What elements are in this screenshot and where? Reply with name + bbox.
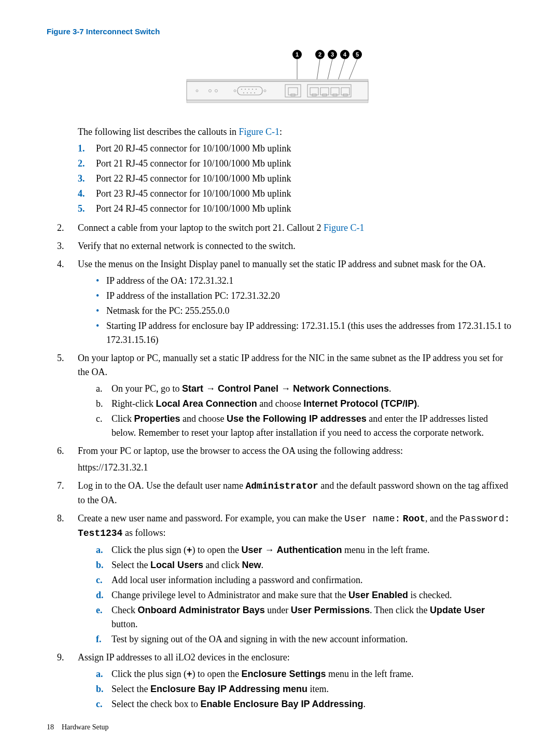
figure-link: Figure C-1 xyxy=(239,127,279,137)
svg-text:3: 3 xyxy=(331,51,334,58)
step8-mid1: , and the xyxy=(425,513,459,523)
interconnect-switch-svg: 1 2 3 4 5 xyxy=(184,48,376,105)
step4-bullet-1: IP address of the installation PC: 172.3… xyxy=(96,289,513,303)
step5-b: b. Right-click Local Area Connection and… xyxy=(96,397,513,411)
svg-text:2: 2 xyxy=(318,51,321,58)
step9b-bold: Enclosure Bay IP Addressing menu xyxy=(150,684,307,694)
callouts-list: Port 20 RJ-45 connector for 10/100/1000 … xyxy=(47,142,513,216)
svg-rect-17 xyxy=(187,100,368,103)
svg-point-23 xyxy=(241,89,242,90)
step-8: 8. Create a new user name and password. … xyxy=(47,512,513,646)
step8-mono1: User name: xyxy=(344,514,400,524)
step2-text: Connect a cable from your laptop to the … xyxy=(78,223,324,233)
step5b-post: . xyxy=(417,398,419,409)
step9a-bold: Enclosure Settings xyxy=(242,669,326,679)
step8a-b1: User xyxy=(242,545,262,555)
step5a-b3: Network Connections xyxy=(293,383,389,394)
callout-5: Port 24 RJ-45 connector for 10/100/1000 … xyxy=(78,202,513,216)
step4-bullet-3: Starting IP address for enclosure bay IP… xyxy=(96,319,513,347)
step8-bold1: Root xyxy=(403,514,425,524)
step5a-pre: On your PC, go to xyxy=(111,383,182,394)
svg-rect-15 xyxy=(187,79,368,81)
step9c-post: . xyxy=(363,699,366,709)
step8-substeps: a. Click the plus sign (+) to open the U… xyxy=(78,543,513,646)
step5-text: On your laptop or PC, manually set a sta… xyxy=(78,353,503,377)
step8f-text: Test by signing out of the OA and signin… xyxy=(111,634,408,644)
step5-c: c. Click Properties and choose Use the F… xyxy=(96,412,513,440)
step8-d: d. Change privilege level to Administrat… xyxy=(96,588,513,602)
arrow-icon: → xyxy=(278,383,293,394)
callouts-intro: The following list describes the callout… xyxy=(78,125,513,139)
step8e-b3: Update User xyxy=(430,605,485,615)
step8-mono2: Password: xyxy=(459,514,510,524)
step8e-m1: under xyxy=(265,605,291,615)
step6-line1: From your PC or laptop, use the browser … xyxy=(78,444,513,458)
step9-b: b. Select the Enclosure Bay IP Addressin… xyxy=(96,682,513,696)
step8d-post: is checked. xyxy=(408,590,452,600)
step8b-pre: Select the xyxy=(111,560,150,570)
step9-substeps: a. Click the plus sign (+) to open the E… xyxy=(78,667,513,711)
svg-text:1: 1 xyxy=(296,51,299,58)
step-3: 3.Verify that no external network is con… xyxy=(47,239,513,253)
step9-a: a. Click the plus sign (+) to open the E… xyxy=(96,667,513,681)
svg-text:5: 5 xyxy=(356,51,359,58)
step8-c: c.Add local user information including a… xyxy=(96,573,513,587)
step4-bullet-0: IP address of the OA: 172.31.32.1 xyxy=(96,274,513,288)
step5c-pre: Click xyxy=(111,413,134,424)
step8-pre: Create a new user name and password. For… xyxy=(78,513,344,523)
step8e-b2: User Permissions xyxy=(291,605,370,615)
callout-2: Port 21 RJ-45 connector for 10/100/1000 … xyxy=(78,157,513,171)
svg-point-27 xyxy=(256,89,257,90)
step9a-post: menu in the left frame. xyxy=(326,669,414,679)
step5b-pre: Right-click xyxy=(111,398,156,409)
step4-bullets: IP address of the OA: 172.31.32.1 IP add… xyxy=(78,274,513,347)
step5c-b2: Use the Following IP addresses xyxy=(227,413,367,424)
step2-link: Figure C-1 xyxy=(324,223,365,233)
step6-line2: https://172.31.32.1 xyxy=(78,461,513,475)
svg-point-30 xyxy=(250,92,251,93)
step8b-b1: Local Users xyxy=(150,560,203,570)
figure-title: Figure 3-7 Interconnect Switch xyxy=(47,26,513,38)
step8a-pre: Click the plus sign ( xyxy=(111,545,187,555)
svg-point-26 xyxy=(252,89,253,90)
step4-bullet-2: Netmask for the PC: 255.255.0.0 xyxy=(96,304,513,318)
svg-point-29 xyxy=(247,92,248,93)
step8a-post: menu in the left frame. xyxy=(342,545,430,555)
step5b-mid: and choose xyxy=(257,398,303,409)
step5c-b1: Properties xyxy=(134,413,180,424)
step7-pre: Log in to the OA. Use the default user n… xyxy=(78,480,245,491)
step4-text: Use the menus on the Insight Display pan… xyxy=(78,259,486,269)
step9a-pre: Click the plus sign ( xyxy=(111,669,187,679)
main-steps: 2. Connect a cable from your laptop to t… xyxy=(47,221,513,711)
step-2: 2. Connect a cable from your laptop to t… xyxy=(47,221,513,235)
step8-post: as follows: xyxy=(122,528,165,538)
svg-text:4: 4 xyxy=(343,51,347,58)
callout-1: Port 20 RJ-45 connector for 10/100/1000 … xyxy=(78,142,513,156)
step8-a: a. Click the plus sign (+) to open the U… xyxy=(96,543,513,557)
step5a-b1: Start xyxy=(182,383,203,394)
step-6: 6. From your PC or laptop, use the brows… xyxy=(47,444,513,475)
step8a-mid: ) to open the xyxy=(192,545,242,555)
step-5: 5. On your laptop or PC, manually set a … xyxy=(47,351,513,440)
step8e-b1: Onboard Administrator Bays xyxy=(137,605,264,615)
svg-point-25 xyxy=(248,89,249,90)
step8d-pre: Change privilege level to Administrator … xyxy=(111,590,348,600)
step8e-m2: . Then click the xyxy=(370,605,430,615)
plus-icon: + xyxy=(187,669,192,679)
step9c-bold: Enable Enclosure Bay IP Addressing xyxy=(200,699,363,709)
step8d-bold: User Enabled xyxy=(348,590,408,600)
step8a-b2: Authentication xyxy=(277,545,342,555)
callout-4: Port 23 RJ-45 connector for 10/100/1000 … xyxy=(78,187,513,201)
step-9: 9. Assign IP addresses to all iLO2 devic… xyxy=(47,651,513,711)
step9-text: Assign IP addresses to all iLO2 devices … xyxy=(78,652,290,662)
arrow-icon: → xyxy=(203,383,218,394)
step5b-b1: Local Area Connection xyxy=(156,398,257,409)
step5c-mid: and choose xyxy=(180,413,227,424)
step8-e: e. Check Onboard Administrator Bays unde… xyxy=(96,603,513,631)
step8-bold2: Test1234 xyxy=(78,528,122,538)
step8-b: b. Select the Local Users and click New. xyxy=(96,558,513,572)
step-7: 7. Log in to the OA. Use the default use… xyxy=(47,479,513,507)
step9c-pre: Select the check box to xyxy=(111,699,200,709)
step8b-b2: New xyxy=(242,560,261,570)
step8e-post: button. xyxy=(111,619,138,629)
